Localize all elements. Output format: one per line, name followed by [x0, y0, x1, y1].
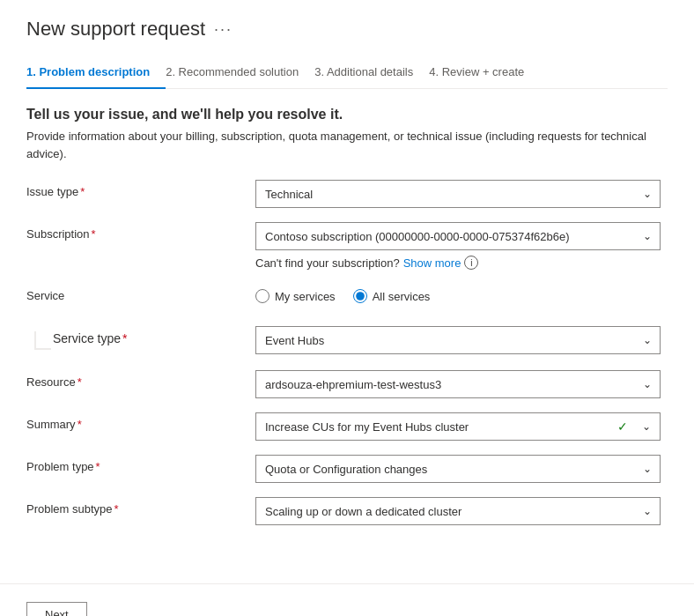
service-type-label: Service type* — [53, 331, 128, 345]
next-button[interactable]: Next — [26, 602, 87, 616]
problem-type-dropdown[interactable]: Quota or Configuration changes — [255, 455, 661, 483]
section-title: Tell us your issue, and we'll help you r… — [26, 107, 668, 122]
wizard-steps: 1. Problem description 2. Recommended so… — [26, 56, 668, 89]
my-services-radio[interactable] — [255, 289, 269, 303]
service-type-dropdown-wrapper: Event Hubs ⌄ — [255, 326, 661, 354]
subscription-label: Subscription* — [26, 222, 255, 241]
summary-chevron-icon: ⌄ — [642, 420, 651, 433]
service-radio-row: My services All services — [255, 284, 661, 303]
subscription-dropdown[interactable]: Contoso subscription (00000000-0000-0000… — [255, 222, 661, 250]
issue-type-dropdown-wrapper: Technical ⌄ — [255, 180, 661, 208]
summary-dropdown[interactable]: Increase CUs for my Event Hubs cluster ✓… — [255, 412, 661, 441]
problem-subtype-dropdown[interactable]: Scaling up or down a dedicated cluster — [255, 497, 661, 525]
issue-type-label: Issue type* — [26, 180, 255, 198]
all-services-label: All services — [373, 290, 431, 303]
service-type-label-col: Service type* — [26, 326, 255, 356]
my-services-option[interactable]: My services — [255, 289, 336, 303]
issue-type-row: Issue type* Technical ⌄ — [26, 180, 668, 208]
resource-row: Resource* ardsouza-ehpremium-test-westus… — [26, 370, 668, 398]
problem-subtype-label: Problem subtype* — [26, 497, 255, 516]
title-options-icon[interactable]: ··· — [214, 20, 233, 39]
problem-subtype-row: Problem subtype* Scaling up or down a de… — [26, 497, 668, 525]
required-star: * — [80, 185, 85, 198]
footer: Next — [0, 584, 694, 616]
info-icon[interactable]: i — [464, 256, 478, 270]
summary-check-icon: ✓ — [617, 419, 628, 434]
subscription-link-row: Can't find your subscription? Show more … — [255, 256, 661, 270]
issue-type-dropdown[interactable]: Technical — [255, 180, 661, 208]
resource-dropdown[interactable]: ardsouza-ehpremium-test-westus3 — [255, 370, 661, 398]
subscription-row: Subscription* Contoso subscription (0000… — [26, 222, 668, 270]
show-more-link[interactable]: Show more — [403, 256, 461, 270]
summary-dropdown-wrapper: Increase CUs for my Event Hubs cluster ✓… — [255, 412, 661, 441]
summary-value: Increase CUs for my Event Hubs cluster — [265, 420, 469, 434]
service-row: Service My services All services — [26, 284, 668, 312]
service-type-indent-icon — [26, 331, 51, 356]
all-services-radio[interactable] — [353, 289, 367, 303]
wizard-step-1[interactable]: 1. Problem description — [26, 56, 166, 89]
service-type-field: Event Hubs ⌄ — [255, 326, 661, 354]
service-label: Service — [26, 284, 255, 302]
required-star-summary: * — [78, 418, 82, 431]
wizard-step-3[interactable]: 3. Additional details — [314, 56, 429, 89]
problem-type-label: Problem type* — [26, 455, 255, 473]
required-star-problem-type: * — [96, 460, 100, 473]
service-type-dropdown[interactable]: Event Hubs — [255, 326, 661, 354]
resource-label: Resource* — [26, 370, 255, 389]
problem-type-field: Quota or Configuration changes ⌄ — [255, 455, 661, 483]
subscription-dropdown-wrapper: Contoso subscription (00000000-0000-0000… — [255, 222, 661, 250]
summary-label: Summary* — [26, 412, 255, 431]
my-services-label: My services — [275, 290, 336, 303]
wizard-step-2[interactable]: 2. Recommended solution — [166, 56, 314, 89]
resource-field: ardsouza-ehpremium-test-westus3 ⌄ — [255, 370, 661, 398]
problem-type-dropdown-wrapper: Quota or Configuration changes ⌄ — [255, 455, 661, 483]
problem-type-row: Problem type* Quota or Configuration cha… — [26, 455, 668, 483]
subscription-field: Contoso subscription (00000000-0000-0000… — [255, 222, 661, 270]
all-services-option[interactable]: All services — [353, 289, 431, 303]
required-star-problem-subtype: * — [114, 502, 119, 516]
resource-dropdown-wrapper: ardsouza-ehpremium-test-westus3 ⌄ — [255, 370, 661, 398]
required-star-subscription: * — [92, 227, 96, 241]
issue-type-field: Technical ⌄ — [255, 180, 661, 208]
page-title: New support request — [26, 18, 205, 41]
summary-row: Summary* Increase CUs for my Event Hubs … — [26, 412, 668, 441]
required-star-resource: * — [78, 375, 82, 389]
required-star-service-type: * — [122, 331, 127, 345]
problem-subtype-dropdown-wrapper: Scaling up or down a dedicated cluster ⌄ — [255, 497, 661, 525]
wizard-step-4[interactable]: 4. Review + create — [429, 56, 540, 89]
summary-field: Increase CUs for my Event Hubs cluster ✓… — [255, 412, 661, 441]
section-desc: Provide information about your billing, … — [26, 128, 668, 162]
cant-find-text: Can't find your subscription? — [255, 256, 400, 270]
problem-subtype-field: Scaling up or down a dedicated cluster ⌄ — [255, 497, 661, 525]
service-type-row: Service type* Event Hubs ⌄ — [26, 326, 668, 356]
service-radio-field: My services All services — [255, 284, 661, 303]
